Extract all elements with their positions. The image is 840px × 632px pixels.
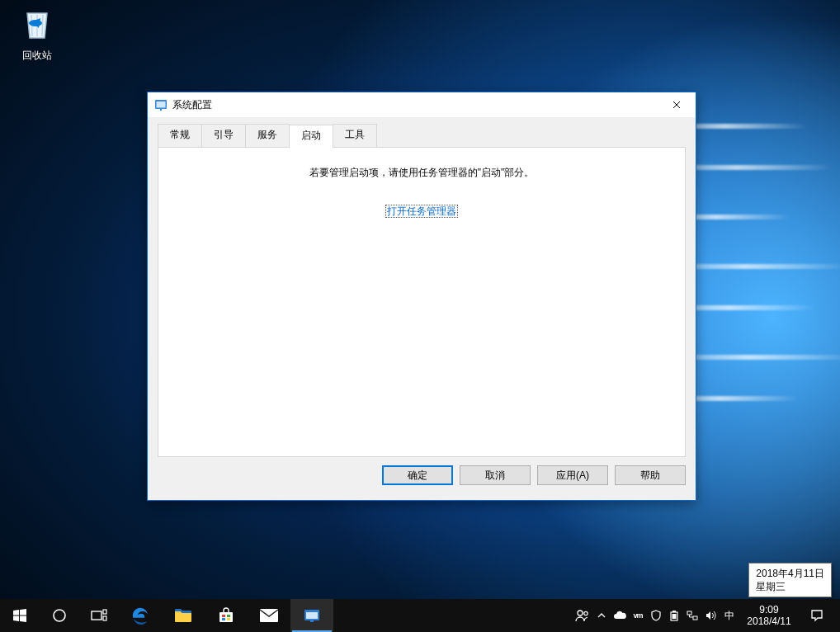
msconfig-taskbar-icon — [303, 607, 321, 624]
tab-boot[interactable]: 引导 — [201, 124, 246, 147]
close-icon — [672, 101, 681, 109]
show-desktop-strip[interactable] — [835, 599, 840, 632]
store-icon — [218, 607, 234, 624]
ime-label: 中 — [724, 609, 734, 623]
startup-message: 若要管理启动项，请使用任务管理器的"启动"部分。 — [158, 166, 685, 180]
recycle-bin-label: 回收站 — [8, 49, 66, 63]
mail-icon — [259, 608, 279, 623]
svg-rect-15 — [310, 620, 314, 622]
svg-point-16 — [578, 611, 583, 615]
svg-rect-11 — [227, 618, 230, 620]
taskbar-app-explorer[interactable] — [162, 599, 205, 632]
open-task-manager-link[interactable]: 打开任务管理器 — [385, 205, 458, 218]
svg-rect-4 — [92, 611, 101, 620]
tray-volume[interactable] — [701, 599, 720, 632]
svg-rect-10 — [222, 618, 225, 620]
svg-rect-5 — [103, 610, 106, 614]
tray-onedrive[interactable] — [611, 599, 629, 632]
apply-button[interactable]: 应用(A) — [537, 465, 608, 485]
tray-power[interactable] — [665, 599, 683, 632]
people-icon — [575, 608, 590, 623]
clock-time: 9:09 — [759, 604, 778, 615]
svg-rect-2 — [160, 109, 162, 111]
taskbar-app-msconfig[interactable] — [290, 599, 333, 632]
cloud-icon — [613, 611, 626, 620]
tab-page-startup: 若要管理启动项，请使用任务管理器的"启动"部分。 打开任务管理器 — [158, 147, 686, 457]
svg-rect-22 — [693, 616, 697, 620]
tab-strip: 常规 引导 服务 启动 工具 — [158, 124, 686, 147]
power-icon — [669, 610, 679, 621]
svg-point-17 — [584, 611, 588, 615]
windows-icon — [13, 609, 26, 622]
ok-button[interactable]: 确定 — [382, 465, 453, 485]
svg-rect-1 — [157, 101, 166, 108]
tab-general[interactable]: 常规 — [158, 124, 202, 147]
svg-rect-8 — [222, 615, 225, 617]
ime-indicator[interactable]: 中 — [720, 599, 739, 632]
clock-tooltip: 2018年4月11日 星期三 — [748, 563, 832, 597]
tray-network[interactable] — [683, 599, 701, 632]
recycle-bin-icon — [17, 3, 57, 43]
svg-rect-9 — [227, 615, 230, 617]
svg-point-3 — [54, 610, 65, 621]
tab-startup[interactable]: 启动 — [289, 125, 333, 148]
clock-date: 2018/4/11 — [747, 615, 790, 627]
cortana-icon — [52, 608, 67, 623]
tab-tools[interactable]: 工具 — [333, 124, 377, 147]
action-center-button[interactable] — [799, 599, 835, 632]
vm-icon: vm — [633, 611, 642, 620]
taskbar-app-mail[interactable] — [248, 599, 290, 632]
msconfig-dialog: 系统配置 常规 引导 服务 启动 工具 若要管理启动项，请使用任务管理器的"启动… — [147, 92, 696, 501]
svg-rect-6 — [103, 616, 106, 620]
shield-icon — [651, 610, 661, 621]
tray-vm-tools[interactable]: vm — [629, 599, 647, 632]
cancel-button[interactable]: 取消 — [460, 465, 531, 485]
taskbar-app-store[interactable] — [205, 599, 248, 632]
svg-rect-12 — [260, 609, 278, 622]
task-view-icon — [91, 609, 107, 622]
cortana-button[interactable] — [40, 599, 79, 632]
tab-services[interactable]: 服务 — [245, 124, 290, 147]
tooltip-weekday: 星期三 — [756, 580, 824, 593]
dialog-title: 系统配置 — [172, 98, 212, 112]
chevron-up-icon — [597, 611, 606, 620]
tray-overflow[interactable] — [592, 599, 611, 632]
dialog-close-button[interactable] — [658, 92, 696, 117]
network-icon — [687, 610, 698, 621]
task-view-button[interactable] — [79, 599, 119, 632]
edge-icon — [131, 606, 149, 625]
msconfig-icon — [154, 98, 168, 111]
svg-rect-14 — [306, 612, 318, 619]
people-button[interactable] — [573, 599, 592, 632]
notification-icon — [810, 609, 823, 622]
help-button[interactable]: 帮助 — [615, 465, 686, 485]
dialog-titlebar[interactable]: 系统配置 — [148, 92, 696, 117]
volume-icon — [705, 610, 716, 621]
taskbar: vm 中 9:09 2018/4/11 — [0, 599, 840, 632]
svg-rect-7 — [219, 612, 233, 622]
start-button[interactable] — [0, 599, 40, 632]
taskbar-app-edge[interactable] — [119, 599, 162, 632]
tooltip-date: 2018年4月11日 — [756, 567, 824, 580]
svg-rect-21 — [687, 611, 691, 615]
tray-security[interactable] — [647, 599, 665, 632]
file-explorer-icon — [174, 608, 192, 623]
taskbar-clock[interactable]: 9:09 2018/4/11 — [739, 599, 799, 632]
recycle-bin[interactable]: 回收站 — [8, 3, 66, 63]
svg-rect-20 — [672, 614, 677, 619]
dialog-button-row: 确定 取消 应用(A) 帮助 — [158, 465, 686, 485]
